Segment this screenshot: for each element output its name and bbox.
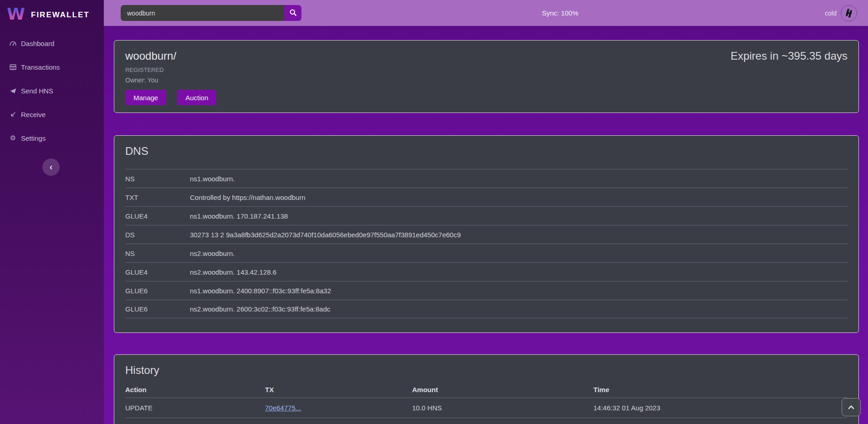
history-section-title: History xyxy=(125,364,848,377)
dns-record-row: NS ns1.woodburn. xyxy=(125,169,848,188)
sidebar-collapse-button[interactable]: ‹ xyxy=(42,158,60,176)
topbar: Sync: 100% cold xyxy=(104,0,868,26)
brand-name: FIREWALLET xyxy=(31,10,90,20)
sidebar: W FIREWALLET Dashboard xyxy=(0,0,104,424)
dns-record-type: DS xyxy=(125,231,190,239)
dns-record-type: GLUE6 xyxy=(125,305,190,313)
dashboard-icon xyxy=(9,40,17,47)
sidebar-nav: Dashboard Transactions Send HNS xyxy=(0,31,104,150)
history-card: History Action TX Amount Time UPDATE 70e… xyxy=(114,354,859,424)
receive-icon xyxy=(9,111,17,118)
dns-record-value: 30273 13 2 9a3a8fb3d625d2a2073d740f10da6… xyxy=(190,231,461,239)
chevron-left-icon: ‹ xyxy=(50,162,53,171)
firewallet-logo-icon: W xyxy=(6,5,26,26)
handshake-logo-icon[interactable] xyxy=(841,5,857,21)
svg-text:W: W xyxy=(7,5,25,24)
history-header-row: Action TX Amount Time xyxy=(125,381,848,398)
dns-record-type: NS xyxy=(125,175,190,183)
history-action: UPDATE xyxy=(125,404,265,412)
dns-record-row: GLUE6 ns1.woodburn. 2400:8907::f03c:93ff… xyxy=(125,281,848,300)
history-col-tx: TX xyxy=(265,386,412,393)
sidebar-item-transactions[interactable]: Transactions xyxy=(0,55,104,79)
sync-status: Sync: 100% xyxy=(542,0,578,26)
history-time: 14:46:32 01 Aug 2023 xyxy=(593,404,848,412)
search-input[interactable] xyxy=(121,5,284,21)
dns-record-row: TXT Controlled by https://nathan.woodbur… xyxy=(125,188,848,206)
dns-record-value: Controlled by https://nathan.woodburn xyxy=(190,194,306,201)
sidebar-item-dashboard[interactable]: Dashboard xyxy=(0,31,104,55)
scroll-to-top-button[interactable] xyxy=(842,398,861,416)
wallet-area: cold xyxy=(825,0,857,26)
gear-icon: ⚙ xyxy=(9,134,17,142)
sidebar-item-label: Dashboard xyxy=(21,40,54,47)
dns-record-value: ns2.woodburn. xyxy=(190,250,235,257)
chevron-up-icon xyxy=(848,404,854,411)
dns-record-type: GLUE6 xyxy=(125,287,190,295)
manage-button[interactable]: Manage xyxy=(125,90,166,105)
auction-button[interactable]: Auction xyxy=(177,90,216,105)
history-col-amount: Amount xyxy=(412,386,593,393)
sidebar-item-send-hns[interactable]: Send HNS xyxy=(0,79,104,102)
domain-card: woodburn/ Expires in ~395.35 days REGIST… xyxy=(114,40,859,113)
brand[interactable]: W FIREWALLET xyxy=(0,0,104,30)
history-amount: 10.0 HNS xyxy=(412,404,593,412)
dns-record-row: GLUE6 ns2.woodburn. 2600:3c02::f03c:93ff… xyxy=(125,300,848,318)
search-bar xyxy=(121,5,301,21)
dns-record-row: DS 30273 13 2 9a3a8fb3d625d2a2073d740f10… xyxy=(125,225,848,244)
sidebar-item-label: Settings xyxy=(21,134,46,142)
domain-owner: Owner: You xyxy=(125,77,848,84)
dns-section-title: DNS xyxy=(125,145,848,158)
domain-name: woodburn/ xyxy=(125,50,176,62)
history-row: RENEW d79e5c0... 10.0 HNS 15:47:36 07 Ju… xyxy=(125,418,848,424)
search-icon xyxy=(289,9,297,18)
transactions-icon xyxy=(9,63,17,71)
dns-record-type: NS xyxy=(125,250,190,257)
history-col-time: Time xyxy=(593,386,848,393)
sidebar-item-settings[interactable]: ⚙ Settings xyxy=(0,126,104,150)
domain-status-badge: REGISTERED xyxy=(125,66,848,73)
wallet-name-label: cold xyxy=(825,10,837,17)
sidebar-item-label: Receive xyxy=(21,111,46,118)
dns-record-value: ns2.woodburn. 2600:3c02::f03c:93ff:fe5a:… xyxy=(190,305,330,313)
dns-record-value: ns2.woodburn. 143.42.128.6 xyxy=(190,268,276,276)
search-button[interactable] xyxy=(284,5,301,21)
dns-record-value: ns1.woodburn. 2400:8907::f03c:93ff:fe5a:… xyxy=(190,287,331,295)
dns-record-type: GLUE4 xyxy=(125,268,190,276)
tx-link[interactable]: 70e64775... xyxy=(265,404,301,412)
dns-record-row: GLUE4 ns2.woodburn. 143.42.128.6 xyxy=(125,262,848,281)
send-icon xyxy=(9,87,17,95)
dns-record-type: GLUE4 xyxy=(125,212,190,220)
sidebar-item-label: Transactions xyxy=(21,63,60,71)
domain-expiry: Expires in ~395.35 days xyxy=(730,50,848,62)
sidebar-item-receive[interactable]: Receive xyxy=(0,102,104,126)
dns-record-value: ns1.woodburn. xyxy=(190,175,235,183)
dns-record-row: GLUE4 ns1.woodburn. 170.187.241.138 xyxy=(125,206,848,225)
history-row: UPDATE 70e64775... 10.0 HNS 14:46:32 01 … xyxy=(125,398,848,418)
main-content: woodburn/ Expires in ~395.35 days REGIST… xyxy=(104,26,868,424)
dns-record-type: TXT xyxy=(125,194,190,201)
dns-card: DNS NS ns1.woodburn. TXT Controlled by h… xyxy=(114,135,859,333)
dns-table: NS ns1.woodburn. TXT Controlled by https… xyxy=(125,169,848,318)
dns-record-row: NS ns2.woodburn. xyxy=(125,244,848,262)
sidebar-item-label: Send HNS xyxy=(21,87,53,95)
history-col-action: Action xyxy=(125,386,265,393)
dns-record-value: ns1.woodburn. 170.187.241.138 xyxy=(190,212,288,220)
